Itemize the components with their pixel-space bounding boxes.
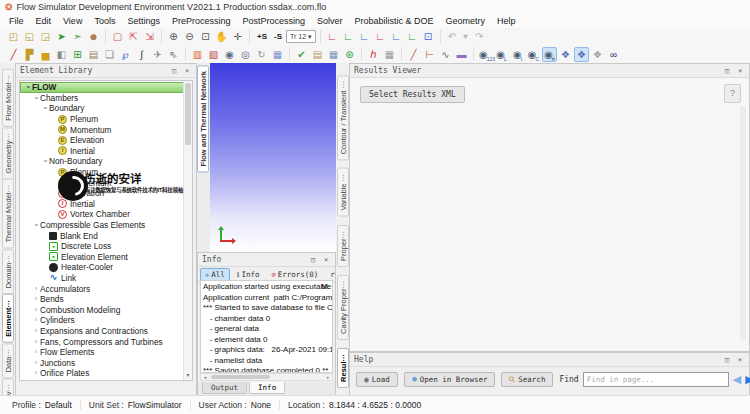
pin-icon[interactable]: ◫ [169,67,179,75]
tree-item-elevation-element[interactable]: ▪Elevation Element [20,252,184,263]
tree-item-cylinders[interactable]: ›Cylinders [20,315,184,326]
tree-item-non-boundary[interactable]: ›Non-Boundary [20,156,184,167]
dock-tab-flow-model[interactable]: Flow Model··· [2,69,14,127]
view-iso-icon[interactable]: ∟ [373,29,388,44]
view-xy-icon[interactable]: ∟ [325,29,340,44]
zoom-out-icon[interactable]: ⊖ [182,29,197,44]
select-results-xml-button[interactable]: Select Results XML [360,86,465,103]
solid-model-icon[interactable]: ◧ [54,47,69,62]
scroll-left-icon[interactable]: ◂ [201,374,209,380]
dock-tab-element[interactable]: Element··· [2,294,14,343]
menu-settings[interactable]: Settings [121,14,166,28]
draw-line-icon[interactable]: ╱ [406,47,421,62]
show-labels-icon[interactable]: ◉L [494,47,509,62]
notes-icon[interactable]: ▤ [310,47,325,62]
view-zx-icon[interactable]: ∟ [357,29,372,44]
show-chambers-icon[interactable]: ❖ [574,47,589,62]
data-table-icon[interactable]: ▦ [270,47,285,62]
find-entity-icon[interactable]: ∞ [606,47,621,62]
expand-icon[interactable]: › [32,380,40,381]
tree-item-inertial[interactable]: IInertial [20,146,184,157]
move-selection-icon[interactable]: ⇱ [126,29,141,44]
tree-item-momentum[interactable]: MMomentum [20,124,184,135]
collapse-icon[interactable]: › [41,157,49,165]
tree-item-junctions[interactable]: ›Junctions [20,357,184,368]
console-tab-output[interactable]: Output [202,382,247,394]
select-region-icon[interactable]: ▢ [110,29,125,44]
menu-view[interactable]: View [57,14,88,28]
close-icon[interactable]: ✕ [182,67,192,75]
menu-solver[interactable]: Solver [311,14,349,28]
menu-probabilistic-doe[interactable]: Probabilistic & DOE [349,14,440,28]
dock-tab-cavity-proper[interactable]: Cavity Proper··· [337,275,349,340]
collapse-icon[interactable]: › [41,104,49,112]
tree-item-elevation[interactable]: EElevation [20,188,184,199]
tree-item-bends[interactable]: ›Bends [20,294,184,305]
tree-item-expansions-and-contractions[interactable]: ›Expansions and Contractions [20,326,184,337]
create-element-icon[interactable]: ╱ [6,47,21,62]
probe-cursor-icon[interactable]: ⇖ [166,47,181,62]
show-ids-icon[interactable]: ◉123 [478,47,493,62]
collapse-icon[interactable]: › [32,94,40,102]
aero-icon[interactable]: ✈ [150,47,165,62]
dock-tab-variable[interactable]: Variable ··· [337,168,349,217]
tab-flow-and-thermal-network[interactable]: Flow and Thermal Network [197,65,209,172]
import-flow-model-icon[interactable]: ◱ [22,29,37,44]
find-next-icon[interactable]: ▶ [745,373,750,386]
tree-item-orifice-plates[interactable]: ›Orifice Plates [20,368,184,379]
redo-icon[interactable]: ↷ [472,29,487,44]
expand-icon[interactable]: › [32,338,40,346]
view-results-icon[interactable]: ◉ [222,47,237,62]
network-canvas[interactable] [210,63,336,252]
pin-icon[interactable]: ◫ [722,356,732,364]
plot-icon[interactable]: ▧ [206,47,221,62]
spreadsheet-icon[interactable]: ▦ [382,47,397,62]
display-settings-icon[interactable]: ⊡ [421,29,436,44]
tree-item-blank-end[interactable]: Blank End [20,230,184,241]
pan-icon[interactable]: ✋ [214,29,229,44]
help-button[interactable]: ? [724,84,741,103]
dock-tab-proper[interactable]: Proper··· [337,225,349,267]
tree-scrollbar[interactable]: ▾ [183,81,192,380]
menu-preprocessing[interactable]: PreProcessing [166,14,237,28]
tree-item-combustion-modeling[interactable]: ›Combustion Modeling [20,304,184,315]
view-front-icon[interactable]: ∟ [389,29,404,44]
view-custom-icon[interactable]: ∟ [405,29,420,44]
tree-item-link[interactable]: ∿Link [20,273,184,284]
dock-tab-data[interactable]: Data··· [2,343,14,378]
undo-icon[interactable]: ↶ [445,29,460,44]
create-chamber-icon[interactable]: ▛ [22,47,37,62]
expand-icon[interactable]: › [32,306,40,314]
close-icon[interactable]: ✕ [321,256,331,264]
tree-item-vortex-chamber[interactable]: VVortex Chamber [20,209,184,220]
export-model-icon[interactable]: ➣ [70,29,85,44]
tree-item-flow[interactable]: ›FLOW [20,82,184,93]
expand-icon[interactable]: › [32,285,40,293]
expand-icon[interactable]: › [32,295,40,303]
find-previous-icon[interactable]: ◀ [733,373,741,386]
draw-tube-icon[interactable]: ▬ [454,47,469,62]
refresh-icon[interactable]: ↻ [254,47,269,62]
zoom-in-icon[interactable]: ⊕ [166,29,181,44]
text-size-dropdown[interactable]: Tr 12 ▾ [286,30,316,43]
tree-item-compressible-gas-elements[interactable]: ›Compressible Gas Elements [20,220,184,231]
tree-item-heater-cooler[interactable]: Heater-Cooler [20,262,184,273]
append-model-icon[interactable]: ➤ [54,29,69,44]
tree-item-boundary[interactable]: ›Boundary [20,103,184,114]
results-scrollbar[interactable] [740,106,746,341]
fit-view-icon[interactable]: ✛ [230,29,245,44]
console-tab-info[interactable]: Info [249,382,285,394]
pressure-curve-icon[interactable]: ℘ [118,47,133,62]
menu-help[interactable]: Help [491,14,522,28]
scrollbar-thumb[interactable] [185,83,191,145]
menu-file[interactable]: File [3,14,30,28]
expand-icon[interactable]: › [32,369,40,377]
contour-legend-icon[interactable]: ▥ [190,47,205,62]
close-icon[interactable]: ✕ [735,67,745,75]
show-temps-icon[interactable]: ◉t [510,47,525,62]
copy-stack-icon[interactable]: ❏ [102,47,117,62]
template-icon[interactable]: ▤ [86,47,101,62]
tree-item-fans-compressors-and-turbines[interactable]: ›Fans, Compressors and Turbines [20,336,184,347]
view-yz-icon[interactable]: ∟ [341,29,356,44]
draw-link-icon[interactable]: ∿ [438,47,453,62]
